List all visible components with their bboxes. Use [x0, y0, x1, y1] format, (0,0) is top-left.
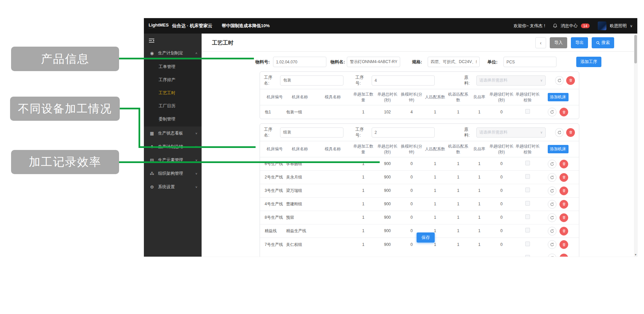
green-light-check-checkbox[interactable]	[525, 161, 530, 165]
machine-coef-cell: 1	[446, 227, 470, 234]
avatar[interactable]	[598, 21, 606, 30]
delete-process-button[interactable]	[566, 76, 575, 85]
process-no-input[interactable]	[372, 127, 435, 138]
green-light-check-checkbox[interactable]	[525, 174, 530, 179]
sidebar-item-commission-mgmt[interactable]: 委制管理	[144, 113, 202, 126]
leader-line-product-info	[118, 58, 254, 59]
green-light-time-cell: 0	[489, 174, 514, 180]
green-light-check-checkbox[interactable]	[525, 242, 530, 246]
refresh-row-button[interactable]	[548, 240, 556, 249]
mold-change-cell: 0	[399, 174, 424, 180]
yield-cell: 1	[470, 214, 489, 221]
column-header: 单趟总时长(秒)	[375, 91, 399, 103]
mold-change-cell: 4	[399, 109, 424, 115]
dashboard-icon: ▦	[149, 131, 155, 136]
total-time-cell: 900	[375, 201, 399, 207]
delete-row-button[interactable]	[559, 187, 568, 195]
company-name[interactable]: 欧恩照明	[610, 23, 627, 29]
refresh-process-button[interactable]	[555, 76, 564, 85]
delete-row-button[interactable]	[559, 173, 568, 182]
green-light-check-checkbox[interactable]	[525, 109, 530, 114]
menu-collapse-icon[interactable]	[144, 34, 202, 46]
material-no-input[interactable]	[273, 57, 326, 67]
unit-input[interactable]	[503, 57, 556, 67]
spec-input[interactable]	[428, 57, 480, 67]
refresh-row-button[interactable]	[548, 200, 556, 209]
sidebar-item-org-structure[interactable]: ⁂ 组织架构管理 ∨	[144, 167, 202, 180]
green-light-check-checkbox[interactable]	[525, 228, 530, 232]
labor-coef-cell: 1	[424, 160, 446, 167]
delete-row-button[interactable]	[559, 213, 568, 222]
refresh-row-button[interactable]	[548, 254, 556, 257]
sidebar-item-work-orders[interactable]: 工单管理	[144, 60, 202, 73]
machine-row: 3号生产线 梁万瑞组 1 900 0 1 1 1 0	[260, 184, 579, 198]
column-header: 良品率	[470, 146, 489, 152]
refresh-row-button[interactable]	[548, 213, 556, 222]
refresh-row-button[interactable]	[548, 108, 556, 116]
machine-name-cell: 包装一组	[285, 109, 314, 115]
refresh-row-button[interactable]	[548, 173, 556, 182]
spec-label: 规格:	[412, 57, 422, 67]
scrollbar-thumb[interactable]	[634, 35, 637, 63]
material-name-input[interactable]	[347, 57, 400, 67]
process-no-input[interactable]	[372, 75, 435, 86]
machine-name-cell: 精益生产线	[285, 227, 314, 234]
chevron-down-icon[interactable]: ∨	[630, 24, 633, 28]
material-select[interactable]: 请选择所需原料 ∨	[476, 75, 546, 86]
add-machine-button[interactable]: 添加机床	[548, 93, 569, 101]
yield-cell: 1	[470, 227, 489, 234]
delete-row-button[interactable]	[559, 227, 568, 235]
process-name-input[interactable]	[280, 127, 343, 138]
delete-row-button[interactable]	[559, 240, 568, 249]
add-process-button[interactable]: 添加工序	[576, 57, 601, 67]
refresh-process-button[interactable]	[555, 128, 564, 137]
refresh-row-button[interactable]	[548, 227, 556, 235]
table-header-row: 机床编号机床名称模具名称单趟加工数量单趟总时长(秒)换模时长(分钟)人匹配系数机…	[260, 141, 579, 157]
delete-row-button[interactable]	[559, 108, 568, 116]
save-button[interactable]: 保存	[417, 232, 435, 243]
add-machine-button[interactable]: 添加机床	[548, 145, 569, 153]
machine-no-cell: 7号生产线	[264, 241, 285, 248]
delete-row-button[interactable]	[559, 200, 568, 209]
delete-row-button[interactable]	[559, 160, 568, 168]
page-title: 工艺工时	[212, 40, 233, 47]
sidebar-item-factory-calendar[interactable]: 工厂日历	[144, 100, 202, 113]
green-light-check-checkbox[interactable]	[525, 214, 530, 219]
export-button[interactable]: 导出	[571, 37, 588, 48]
labor-coef-cell: 1	[424, 214, 446, 221]
sidebar-item-process-hours[interactable]: 工艺工时	[144, 87, 202, 100]
sidebar-item-element-mgmt[interactable]: ▤ 生产元素管理 ∨	[144, 153, 202, 167]
green-light-check-checkbox[interactable]	[525, 188, 530, 192]
sidebar-item-process-scheduling[interactable]: 工序排产	[144, 73, 202, 87]
process-name-input[interactable]	[280, 75, 343, 86]
sidebar-item-status-board[interactable]: ▦ 生产状态看板 ∨	[144, 126, 202, 140]
green-light-time-cell: 0	[489, 214, 514, 221]
divider	[202, 51, 634, 52]
qty-cell: 1	[351, 201, 375, 207]
sidebar-item-system-settings[interactable]: ⚙ 系统设置 ∨	[144, 180, 202, 194]
qty-cell: 1	[351, 214, 375, 221]
green-light-check-checkbox[interactable]	[525, 255, 530, 257]
mold-change-cell: 0	[399, 201, 424, 207]
delete-process-button[interactable]	[566, 128, 575, 137]
scrollbar[interactable]: ▼	[634, 34, 637, 257]
machine-row: 6号生产线 李春丽组 1 900 0 1 1 1 0	[260, 157, 579, 171]
search-button[interactable]: 搜索	[592, 37, 614, 48]
yield-cell: 1	[470, 187, 489, 194]
message-center-link[interactable]: 消息中心	[561, 23, 578, 29]
bell-icon[interactable]	[553, 23, 557, 28]
refresh-row-button[interactable]	[548, 160, 556, 168]
green-light-check-checkbox[interactable]	[525, 201, 530, 206]
import-button[interactable]: 导入	[550, 37, 567, 48]
material-select[interactable]: 请选择所需原料 ∨	[476, 127, 546, 138]
machine-coef-cell: 1	[446, 174, 470, 180]
qty-cell: 1	[351, 187, 375, 194]
scrollbar-down-arrow[interactable]: ▼	[634, 253, 637, 256]
delete-row-button[interactable]	[559, 254, 568, 257]
process-card-form: 工序名: 工序号: 原料: 请选择所需原料 ∨	[260, 72, 579, 89]
back-button[interactable]: ‹	[535, 37, 546, 48]
refresh-row-button[interactable]	[548, 187, 556, 195]
machine-row: 4号生产线 曹建刚组 1 900 0 1 1 1 0	[260, 198, 579, 211]
column-header: 机床名称	[285, 94, 314, 100]
message-count-badge[interactable]: 14	[581, 23, 590, 28]
